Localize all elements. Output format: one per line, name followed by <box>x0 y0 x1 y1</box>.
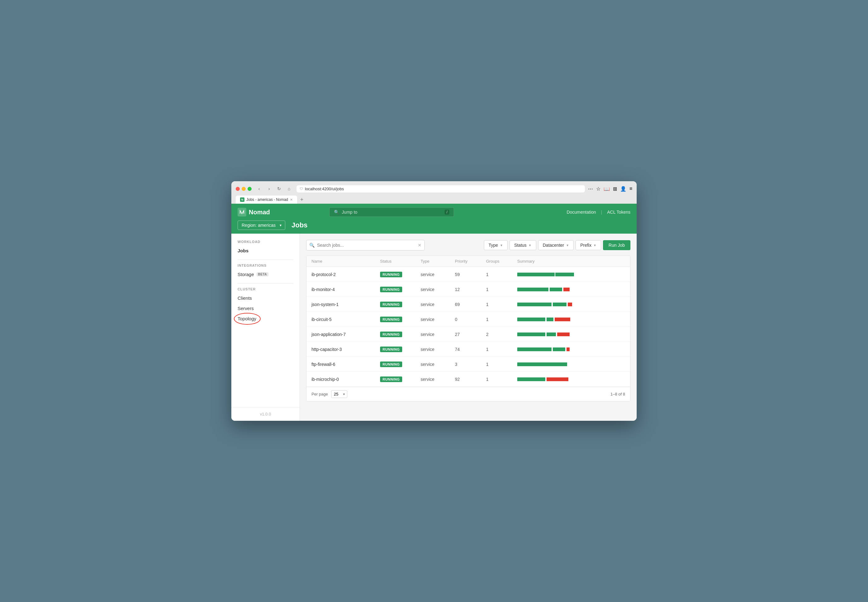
job-priority: 27 <box>455 332 486 337</box>
per-page-select[interactable]: 25 50 100 <box>331 390 347 398</box>
bar-red <box>557 333 570 336</box>
table-row[interactable]: json-application-7 RUNNING service 27 2 <box>307 327 630 342</box>
new-tab-button[interactable]: + <box>298 195 306 204</box>
sidebar-item-jobs[interactable]: Jobs <box>232 246 300 256</box>
bar-green <box>517 273 555 276</box>
table-header: Name Status Type Priority Groups Summary <box>307 256 630 267</box>
table-row[interactable]: http-capacitor-3 RUNNING service 74 1 <box>307 342 630 357</box>
logo-text: Nomad <box>249 209 270 216</box>
acl-tokens-link[interactable]: ACL Tokens <box>607 210 630 215</box>
bookmark-icon[interactable]: ☆ <box>596 186 601 192</box>
active-tab[interactable]: N Jobs - americas - Nomad ✕ <box>236 195 297 204</box>
close-button[interactable] <box>236 187 240 191</box>
table-row[interactable]: ib-circuit-5 RUNNING service 0 1 <box>307 312 630 327</box>
per-page-label: Per page <box>311 392 328 396</box>
bar-green <box>517 303 552 306</box>
sidebar-item-storage[interactable]: Storage BETA <box>232 269 300 280</box>
browser-tabs: N Jobs - americas - Nomad ✕ + <box>236 195 632 204</box>
type-filter-button[interactable]: Type ▼ <box>484 240 508 250</box>
profile-icon[interactable]: 👤 <box>620 186 626 192</box>
prefix-filter-arrow: ▼ <box>593 244 597 247</box>
job-groups: 1 <box>486 377 517 382</box>
job-groups: 1 <box>486 362 517 367</box>
bar-red <box>568 303 572 306</box>
table-row[interactable]: ftp-firewall-6 RUNNING service 3 1 <box>307 357 630 372</box>
header-search: 🔍 Jump to / <box>329 207 454 217</box>
status-filter-arrow: ▼ <box>529 244 532 247</box>
job-groups: 1 <box>486 302 517 307</box>
search-icon: 🔍 <box>309 243 314 248</box>
summary-bar <box>517 378 625 381</box>
search-input[interactable] <box>306 240 425 250</box>
job-status: RUNNING <box>380 286 420 292</box>
back-button[interactable]: ‹ <box>255 184 264 193</box>
summary-bar <box>517 362 625 366</box>
table-row[interactable]: ib-microchip-0 RUNNING service 92 1 <box>307 372 630 387</box>
table-row[interactable]: ib-protocol-2 RUNNING service 59 1 <box>307 267 630 282</box>
prefix-filter-label: Prefix <box>580 243 592 248</box>
tab-groups-icon[interactable]: ⊞ <box>613 186 617 192</box>
bar-green <box>546 333 556 336</box>
job-groups: 1 <box>486 317 517 322</box>
region-select[interactable]: Region: americas <box>238 221 285 230</box>
table-row[interactable]: json-system-1 RUNNING service 69 1 <box>307 297 630 312</box>
home-button[interactable]: ⌂ <box>285 184 293 193</box>
job-priority: 3 <box>455 362 486 367</box>
status-filter-button[interactable]: Status ▼ <box>509 240 536 250</box>
jump-to-search[interactable]: 🔍 Jump to / <box>329 207 454 217</box>
jobs-table: Name Status Type Priority Groups Summary… <box>306 255 630 401</box>
status-filter-label: Status <box>514 243 527 248</box>
job-name: ftp-firewall-6 <box>311 362 380 367</box>
type-filter-arrow: ▼ <box>500 244 503 247</box>
sub-header: Region: americas ▼ Jobs <box>232 221 636 233</box>
datacenter-filter-button[interactable]: Datacenter ▼ <box>538 240 574 250</box>
browser-controls: ‹ › ↻ ⌂ 🛡 localhost:4200/ui/jobs ⋯ ☆ 📖 ⊞… <box>236 184 632 193</box>
job-type: service <box>420 362 455 367</box>
bar-green <box>546 318 554 321</box>
bar-green <box>550 287 562 291</box>
browser-chrome: ‹ › ↻ ⌂ 🛡 localhost:4200/ui/jobs ⋯ ☆ 📖 ⊞… <box>232 181 636 204</box>
minimize-button[interactable] <box>242 187 246 191</box>
sidebar-servers-label: Servers <box>238 306 254 311</box>
datacenter-filter-arrow: ▼ <box>566 244 569 247</box>
job-type: service <box>420 302 455 307</box>
status-badge: RUNNING <box>380 332 402 337</box>
job-name: ib-circuit-5 <box>311 317 380 322</box>
nav-buttons: ‹ › ↻ ⌂ <box>255 184 293 193</box>
page-title: Jobs <box>291 221 307 229</box>
job-priority: 74 <box>455 347 486 352</box>
table-row[interactable]: ib-monitor-4 RUNNING service 12 1 <box>307 282 630 297</box>
reading-list-icon[interactable]: 📖 <box>604 186 610 192</box>
job-priority: 12 <box>455 287 486 292</box>
th-type: Type <box>420 259 455 264</box>
sidebar-item-clients[interactable]: Clients <box>232 293 300 303</box>
browser-extras: ⋯ ☆ 📖 ⊞ 👤 ≡ <box>588 186 632 192</box>
summary-bar <box>517 303 625 306</box>
run-job-button[interactable]: Run Job <box>603 240 630 250</box>
sidebar-item-servers[interactable]: Servers <box>232 303 300 313</box>
bar-green <box>555 273 574 276</box>
sidebar-divider-1 <box>238 260 293 260</box>
fullscreen-button[interactable] <box>248 187 252 191</box>
prefix-filter-button[interactable]: Prefix ▼ <box>575 240 601 250</box>
job-status: RUNNING <box>380 331 420 337</box>
search-clear-button[interactable]: ✕ <box>418 243 422 248</box>
sidebar-storage-label: Storage <box>238 272 254 277</box>
address-bar-url: localhost:4200/ui/jobs <box>305 187 344 191</box>
job-status: RUNNING <box>380 361 420 367</box>
menu-icon[interactable]: ≡ <box>629 186 632 192</box>
status-badge: RUNNING <box>380 272 402 277</box>
datacenter-filter-label: Datacenter <box>543 243 564 248</box>
documentation-link[interactable]: Documentation <box>566 210 596 215</box>
main-content: 🔍 ✕ Type ▼ Status ▼ <box>300 233 636 421</box>
address-bar[interactable]: 🛡 localhost:4200/ui/jobs <box>296 185 585 192</box>
tab-close-button[interactable]: ✕ <box>290 198 293 202</box>
bar-red <box>566 347 570 351</box>
extensions-icon[interactable]: ⋯ <box>588 186 593 192</box>
th-summary: Summary <box>517 259 625 264</box>
reload-button[interactable]: ↻ <box>275 184 284 193</box>
sidebar-item-topology[interactable]: Topology <box>232 313 300 324</box>
traffic-lights <box>236 187 252 191</box>
forward-button[interactable]: › <box>265 184 273 193</box>
search-input-wrapper: 🔍 ✕ <box>306 240 425 250</box>
